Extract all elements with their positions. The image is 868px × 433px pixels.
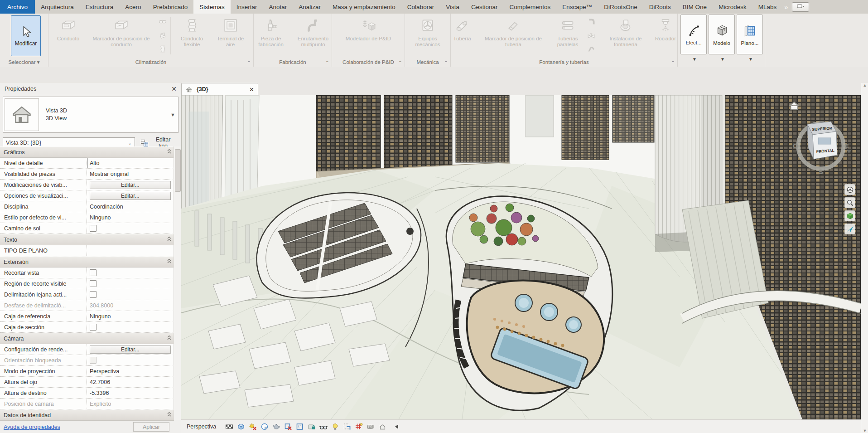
property-value[interactable]: Editar... <box>87 180 174 190</box>
isolate-icon[interactable] <box>318 422 328 432</box>
tool-conducto-flexible[interactable]: Conducto flexible <box>174 15 211 57</box>
sun-path-icon[interactable] <box>248 422 258 432</box>
chevron-down-icon[interactable]: ▼ <box>709 57 737 62</box>
apply-button[interactable]: Aplicar <box>133 422 169 432</box>
chevron-down-icon[interactable]: ▼ <box>680 57 709 62</box>
tab-microdesk[interactable]: Microdesk <box>713 0 752 14</box>
chevron-down-icon[interactable]: ▼ <box>170 112 175 117</box>
ribbon-group-label-fabricaci-n[interactable]: Fabricación⌄ <box>254 57 332 67</box>
ribbon-group-label-climatizaci-n[interactable]: Climatización⌄ <box>48 57 253 67</box>
scroll-up-icon[interactable]: ▲ <box>863 83 867 88</box>
back-arrow-icon[interactable] <box>392 422 402 432</box>
property-value[interactable]: 304.8000 <box>87 300 174 311</box>
tab-mlabs[interactable]: MLabs <box>752 0 783 14</box>
property-value[interactable] <box>87 355 174 365</box>
property-value[interactable] <box>87 223 174 234</box>
panel-toggle-icon[interactable] <box>792 2 809 12</box>
tab-estructura[interactable]: Estructura <box>80 0 120 14</box>
tab-arquitectura[interactable]: Arquitectura <box>35 0 80 14</box>
collapse-chevrons-icon[interactable] <box>167 335 171 342</box>
tool-marcador-de-posici-n-de-conducto[interactable]: Marcador de posición de conducto <box>85 15 158 57</box>
section-header-texto[interactable]: Texto <box>0 234 174 245</box>
tab-colaborar[interactable]: Colaborar <box>401 0 440 14</box>
property-value[interactable] <box>87 268 174 278</box>
zoom-icon[interactable] <box>844 197 855 208</box>
tool-plano[interactable]: Plano... <box>737 15 763 54</box>
checkbox[interactable] <box>90 324 96 331</box>
checkbox[interactable] <box>90 291 96 298</box>
tab-analizar[interactable]: Analizar <box>293 0 327 14</box>
property-value[interactable] <box>87 322 174 332</box>
tool-flex-duct-small[interactable] <box>159 44 167 55</box>
viewcube-cube[interactable]: SUPERIOR FRONTAL <box>807 122 837 159</box>
section-header-extensi-n[interactable]: Extensión <box>0 256 174 268</box>
tool-pipe-elbow[interactable] <box>587 17 595 28</box>
checkbox[interactable] <box>90 269 96 276</box>
tool-enrutamiento-multipunto[interactable]: Enrutamiento multipunto <box>291 15 335 57</box>
tool-conducto[interactable]: Conducto <box>52 15 85 57</box>
edit-button[interactable]: Editar... <box>90 181 171 189</box>
property-value[interactable]: Editar... <box>87 344 174 355</box>
ribbon-group-label-fontaner-a-y-tuber-as[interactable]: Fontanería y tuberías⌄ <box>451 57 677 67</box>
dialog-launcher-icon[interactable]: ⌄ <box>444 58 448 63</box>
tab-acero[interactable]: Acero <box>119 0 147 14</box>
reveal-constraints-icon[interactable] <box>354 422 364 432</box>
tab-diroots[interactable]: DiRoots <box>643 0 677 14</box>
tool-duct-accessory[interactable] <box>159 30 167 42</box>
enscape-cube-icon[interactable] <box>844 210 855 221</box>
checkbox[interactable] <box>90 280 96 287</box>
compass-south[interactable]: S <box>819 168 823 175</box>
render-icon[interactable] <box>271 422 281 432</box>
show-crop-icon[interactable] <box>295 422 305 432</box>
tool-equipos-mec-nicos[interactable]: Equipos mecánicos <box>405 15 450 57</box>
collapse-chevrons-icon[interactable] <box>167 412 171 418</box>
view-tab-3d[interactable]: {3D} ✕ <box>181 83 258 95</box>
edit-button[interactable]: Editar... <box>90 192 171 200</box>
tool-elect[interactable]: Elect... <box>680 15 707 54</box>
property-value[interactable]: Editar... <box>87 190 174 201</box>
tool-flex-pipe-small[interactable] <box>587 44 595 55</box>
ribbon-group-label-seleccionar[interactable]: Seleccionar ▾ <box>0 57 48 67</box>
property-value[interactable]: Ninguno <box>87 311 174 321</box>
property-value[interactable]: -5.3396 <box>87 388 174 398</box>
type-selector[interactable]: Vista 3D 3D View ▼ <box>3 97 178 133</box>
scrollbar-thumb[interactable] <box>175 149 181 192</box>
collapse-chevrons-icon[interactable] <box>167 149 171 156</box>
tool-modelador-de-p-id[interactable]: Modelador de P&ID <box>333 15 404 57</box>
analytical-model-icon[interactable] <box>366 422 376 432</box>
property-value[interactable]: Coordinación <box>87 201 174 212</box>
properties-help-link[interactable]: Ayuda de propiedades <box>4 424 60 430</box>
dialog-launcher-icon[interactable]: ⌄ <box>247 58 251 63</box>
tool-rociador[interactable]: Rociador <box>650 15 681 57</box>
tab-dirootsone[interactable]: DiRootsOne <box>598 0 643 14</box>
tab-anotar[interactable]: Anotar <box>263 0 293 14</box>
close-icon[interactable]: ✕ <box>171 85 177 92</box>
crop-view-icon[interactable] <box>283 422 293 432</box>
compass-west[interactable]: O <box>793 142 798 150</box>
viewcube-menu-arrow[interactable] <box>846 150 852 153</box>
section-header-datos-de-identidad[interactable]: Datos de identidad <box>0 409 174 421</box>
compass-east[interactable]: E <box>844 142 849 150</box>
worksharing-icon[interactable] <box>377 422 387 432</box>
tool-tuber-as-paralelas[interactable]: Tuberías paralelas <box>549 15 586 57</box>
dialog-launcher-icon[interactable]: ⌄ <box>671 58 675 63</box>
property-value[interactable] <box>87 245 174 256</box>
tab-enscape[interactable]: Enscape™ <box>556 0 598 14</box>
close-icon[interactable]: ✕ <box>249 86 254 93</box>
property-value[interactable]: 42.7006 <box>87 377 174 387</box>
chevron-down-icon[interactable]: ▼ <box>737 57 765 62</box>
tab-prefabricado[interactable]: Prefabricado <box>147 0 194 14</box>
locked-view-icon[interactable] <box>307 422 317 432</box>
ribbon-group-label-colaboraci-n-de-p-id[interactable]: Colaboración de P&ID⌄ <box>332 57 405 67</box>
tool-pipe-valve[interactable] <box>587 30 595 42</box>
properties-scrollbar[interactable] <box>174 146 181 420</box>
checkbox[interactable] <box>90 357 96 364</box>
shadows-icon[interactable] <box>260 422 270 432</box>
view-scale-label[interactable]: Perspectiva <box>187 423 216 430</box>
tab-archivo[interactable]: Archivo <box>0 0 35 14</box>
dialog-launcher-icon[interactable]: ⌄ <box>325 58 329 63</box>
checkbox[interactable] <box>90 225 96 232</box>
collapse-chevrons-icon[interactable] <box>167 236 171 243</box>
scale-icon[interactable] <box>224 422 234 432</box>
property-value[interactable]: Explícito <box>87 399 174 409</box>
